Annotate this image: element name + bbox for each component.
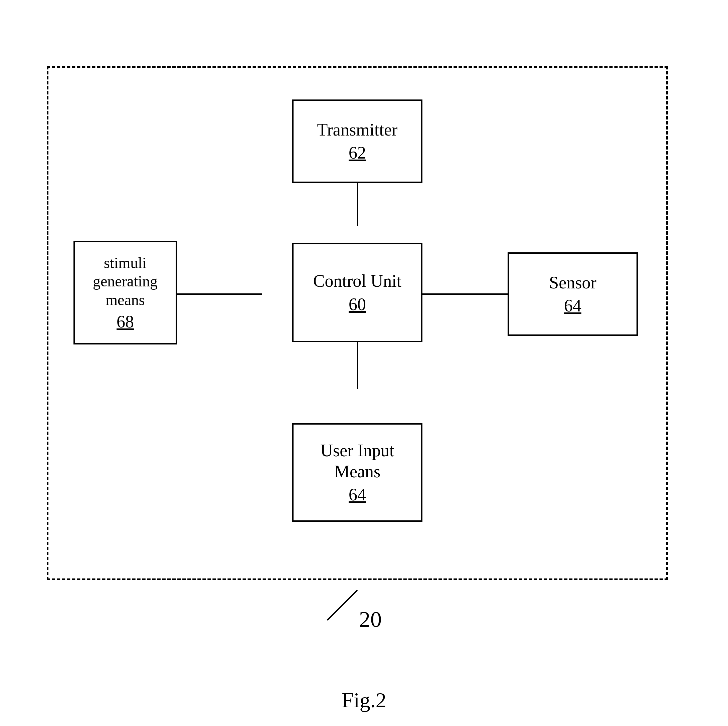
stimuli-number: 68 — [116, 312, 134, 331]
stimuli-box: stimuli generating means 68 — [73, 241, 177, 345]
line-control-sensor — [422, 293, 508, 295]
diagram-outer: Transmitter 62 Control Unit 60 Sensor 64… — [47, 66, 681, 633]
sensor-number: 64 — [564, 296, 581, 316]
sensor-box: Sensor 64 — [508, 252, 638, 336]
transmitter-number: 62 — [349, 143, 366, 163]
sensor-title: Sensor — [549, 272, 596, 293]
line-stimuli-control — [177, 293, 262, 295]
label-20-text: 20 — [359, 607, 381, 630]
line-transmitter-control — [357, 183, 358, 226]
transmitter-title: Transmitter — [317, 119, 398, 140]
line-control-user-input — [357, 342, 358, 389]
user-input-title: User Input Means — [321, 440, 395, 482]
pointer-arrow-svg: 20 — [307, 587, 381, 630]
diagram-inner: Transmitter 62 Control Unit 60 Sensor 64… — [47, 66, 668, 580]
transmitter-box: Transmitter 62 — [292, 99, 422, 183]
user-input-box: User Input Means 64 — [292, 423, 422, 522]
fig-caption: Fig.2 — [342, 688, 386, 713]
control-unit-box: Control Unit 60 — [292, 243, 422, 342]
control-unit-number: 60 — [349, 294, 366, 314]
control-unit-title: Control Unit — [313, 271, 401, 291]
stimuli-title: stimuli generating means — [93, 254, 158, 309]
svg-line-0 — [327, 590, 357, 620]
page: Transmitter 62 Control Unit 60 Sensor 64… — [0, 0, 728, 726]
user-input-number: 64 — [349, 485, 366, 504]
label-20-container: 20 — [307, 587, 381, 631]
